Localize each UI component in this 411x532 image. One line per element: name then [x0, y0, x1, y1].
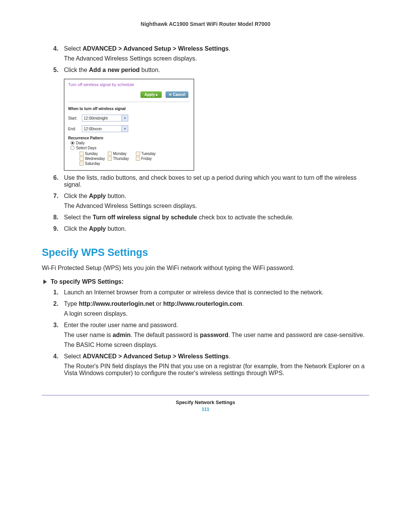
wps-step-2: 2. Type http://www.routerlogin.net or ht… — [53, 300, 369, 320]
chevron-down-icon: ▾ — [121, 115, 128, 121]
t: Select — [64, 353, 83, 359]
radio-daily-label: Daily — [76, 141, 84, 145]
recur-label: Recurrence Pattern — [64, 136, 194, 141]
t: ADVANCED > Advanced Setup > Wireless Set… — [83, 353, 229, 359]
step-4: 4. Select ADVANCED > Advanced Setup > Wi… — [53, 45, 369, 65]
end-select[interactable]: 12:00noon ▾ — [82, 125, 128, 132]
cancel-button[interactable]: ✕ Cancel — [166, 91, 188, 98]
wps-step-4: 4. Select ADVANCED > Advanced Setup > Wi… — [53, 353, 369, 380]
t: button. — [140, 67, 160, 73]
step-number: 1. — [53, 289, 64, 299]
step-number: 5. — [53, 67, 64, 77]
procedure-heading: To specify WPS Settings: — [42, 278, 369, 285]
step-number: 4. — [53, 45, 64, 65]
t: . — [242, 300, 244, 307]
step-number: 9. — [53, 225, 64, 235]
day: Monday — [113, 152, 127, 156]
day: Friday — [141, 157, 152, 161]
t: http://www.routerlogin.net — [79, 300, 155, 307]
step-number: 6. — [53, 174, 64, 191]
checkbox-saturday[interactable] — [80, 161, 84, 166]
end-value: 12:00noon — [82, 127, 121, 131]
start-value: 12:00midnight — [82, 116, 121, 120]
t: Select — [64, 45, 83, 52]
t: The BASIC Home screen displays. — [64, 342, 369, 348]
t: Type — [64, 300, 79, 307]
t: . — [229, 353, 230, 359]
apply-button[interactable]: Apply ▸ — [140, 91, 162, 98]
schedule-dialog: Turn off wireless signal by schedule App… — [64, 79, 194, 171]
t: The Router's PIN field displays the PIN … — [64, 363, 369, 377]
t: The Advanced Wireless Settings screen di… — [64, 203, 369, 209]
t: Add a new period — [89, 67, 140, 73]
step-number: 4. — [53, 353, 64, 380]
step-8: 8. Select the Turn off wireless signal b… — [53, 214, 369, 224]
start-label: Start: — [68, 116, 80, 120]
page-header: Nighthawk AC1900 Smart WiFi Router Model… — [42, 21, 369, 27]
chevron-right-icon — [43, 280, 47, 284]
t: Enter the router user name and password. — [64, 322, 369, 329]
t: ADVANCED > Advanced Setup > Wireless Set… — [83, 45, 229, 52]
step-number: 3. — [53, 322, 64, 351]
wps-step-3: 3. Enter the router user name and passwo… — [53, 322, 369, 351]
step-number: 8. — [53, 214, 64, 224]
chevron-down-icon: ▾ — [121, 126, 128, 132]
day: Sunday — [85, 152, 98, 156]
t: Launch an Internet browser from a comput… — [64, 289, 369, 296]
step-5: 5. Click the Add a new period button. — [53, 67, 369, 77]
when-label: When to turn off wireless signal — [64, 107, 194, 115]
wps-step-1: 1. Launch an Internet browser from a com… — [53, 289, 369, 299]
t: Click the — [64, 225, 89, 232]
step-6: 6. Use the lists, radio buttons, and che… — [53, 174, 369, 191]
t: or — [155, 300, 163, 307]
step-7: 7. Click the Apply button. The Advanced … — [53, 193, 369, 212]
days-group: Sunday Monday Tuesday Wednesday Thursday… — [64, 151, 194, 170]
end-label: End: — [68, 127, 80, 131]
t: button. — [106, 225, 126, 232]
checkbox-friday[interactable] — [136, 157, 140, 161]
day: Tuesday — [141, 152, 156, 156]
t: Use the lists, radio buttons, and check … — [64, 174, 369, 188]
t: . — [229, 45, 230, 52]
t: http://www.routerlogin.com — [163, 300, 242, 307]
checkbox-wednesday[interactable] — [80, 157, 84, 161]
radio-daily[interactable] — [70, 141, 75, 145]
t: A login screen displays. — [64, 310, 369, 317]
dialog-title: Turn off wireless signal by schedule — [64, 79, 194, 91]
footer-page-number: 111 — [42, 407, 369, 412]
step-9: 9. Click the Apply button. — [53, 225, 369, 235]
t: Click the — [64, 193, 89, 199]
t: . The user name and password are case-se… — [228, 332, 365, 338]
checkbox-tuesday[interactable] — [136, 152, 140, 156]
checkbox-sunday[interactable] — [80, 152, 84, 156]
t: button. — [106, 193, 126, 199]
section-heading-wps: Specify WPS Settings — [42, 247, 369, 259]
checkbox-monday[interactable] — [108, 152, 112, 156]
day: Thursday — [113, 157, 129, 161]
wps-intro: Wi-Fi Protected Setup (WPS) lets you joi… — [42, 265, 369, 272]
radio-selectdays[interactable] — [70, 146, 75, 150]
t: admin — [113, 332, 131, 338]
t: Apply — [89, 225, 106, 232]
procedure-title: To specify WPS Settings: — [51, 278, 124, 285]
footer-section: Specify Network Settings — [42, 399, 369, 405]
t: password — [200, 332, 228, 338]
step-number: 7. — [53, 193, 64, 212]
t: check box to activate the schedule. — [197, 214, 293, 220]
start-select[interactable]: 12:00midnight ▾ — [82, 115, 128, 121]
t: The Advanced Wireless Settings screen di… — [64, 55, 369, 62]
t: Select the — [64, 214, 93, 220]
radio-selectdays-label: Select Days — [76, 146, 96, 150]
t: Click the — [64, 67, 89, 73]
document-page: Nighthawk AC1900 Smart WiFi Router Model… — [0, 0, 411, 423]
t: The user name is — [64, 332, 113, 338]
day: Saturday — [85, 161, 100, 166]
t: Turn off wireless signal by schedule — [93, 214, 197, 220]
footer-divider — [42, 395, 369, 396]
t: Apply — [89, 193, 106, 199]
t: . The default password is — [131, 332, 200, 338]
step-number: 2. — [53, 300, 64, 320]
checkbox-thursday[interactable] — [108, 157, 112, 161]
day: Wednesday — [85, 157, 105, 161]
